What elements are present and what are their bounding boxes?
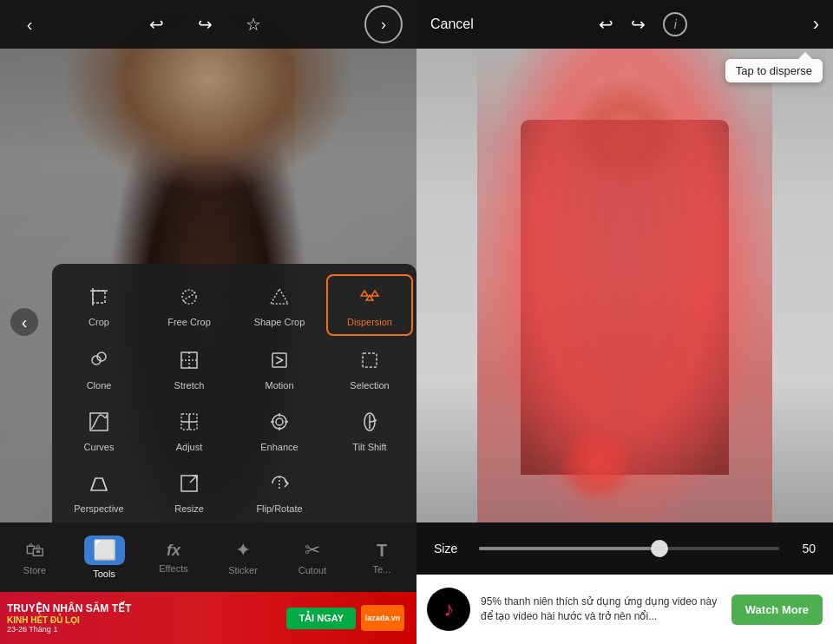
next-button-left[interactable]: › (364, 5, 403, 43)
svg-rect-13 (272, 353, 286, 367)
crop-label: Crop (89, 317, 109, 327)
svg-line-15 (276, 360, 283, 364)
redo-button-right[interactable]: ↪ (631, 14, 646, 35)
svg-line-30 (102, 478, 107, 490)
perspective-label: Perspective (74, 503, 123, 514)
tools-grid: Crop Free Crop Shape Crop (56, 274, 413, 521)
text-icon: T (377, 541, 387, 561)
tools-icon-box: ⬜ (84, 536, 125, 565)
ad-title: TRUYỆN NHÂN SĂM TẾT (7, 602, 286, 616)
size-label: Size (434, 542, 469, 555)
tool-stretch[interactable]: Stretch (146, 339, 233, 398)
size-slider-area: Size 50 (416, 522, 833, 575)
top-icons-right: ↩ ↪ i (599, 12, 687, 36)
undo-button-right[interactable]: ↩ (599, 14, 613, 35)
right-image-background (416, 49, 833, 522)
free-crop-icon (177, 285, 201, 312)
svg-line-29 (91, 478, 95, 490)
top-bar-left: ‹ ↩ ↪ ☆ › (0, 0, 416, 49)
sticker-icon: ✦ (235, 539, 251, 562)
watch-more-button[interactable]: Watch More (731, 595, 823, 625)
tool-motion[interactable]: Motion (236, 339, 323, 398)
tilt-shift-label: Tilt Shift (352, 442, 386, 452)
cancel-button[interactable]: Cancel (430, 16, 474, 32)
flip-rotate-label: Flip/Rotate (256, 503, 302, 514)
tab-tools[interactable]: ⬜ Tools (69, 529, 139, 586)
woman-figure-overlay (477, 49, 772, 522)
top-bar-right: Cancel ↩ ↪ i › (416, 0, 833, 49)
resize-label: Resize (174, 503, 204, 514)
tab-text[interactable]: T Te... (347, 529, 416, 586)
right-image-area[interactable]: Tap to disperse (416, 49, 833, 522)
tiktok-logo-icon: ♪ (443, 597, 454, 621)
ad-content: TRUYỆN NHÂN SĂM TẾT KINH HÉT ĐỦ LỌI 23-2… (0, 602, 416, 634)
effects-icon: fx (167, 542, 180, 560)
svg-marker-4 (271, 289, 288, 304)
tool-adjust[interactable]: Adjust (146, 401, 233, 459)
enhance-label: Enhance (260, 442, 298, 452)
dispersion-label: Dispersion (347, 317, 392, 327)
tab-sticker[interactable]: ✦ Sticker (208, 529, 278, 586)
selection-label: Selection (350, 380, 389, 391)
clone-label: Clone (87, 380, 112, 391)
tab-effects[interactable]: fx Effects (139, 529, 208, 586)
top-icons-group: ↩ ↪ ☆ (141, 9, 269, 40)
tool-clone[interactable]: Clone (56, 339, 142, 398)
next-button-right[interactable]: › (813, 13, 819, 36)
store-label: Store (23, 565, 46, 575)
svg-rect-0 (93, 291, 105, 303)
svg-line-32 (190, 476, 197, 483)
shape-crop-icon (267, 285, 292, 312)
info-button[interactable]: i (663, 12, 687, 36)
ad-text-block: TRUYỆN NHÂN SĂM TẾT KINH HÉT ĐỦ LỌI 23-2… (7, 602, 286, 634)
ad-logo: lazada.vn (361, 605, 404, 631)
tilt-shift-icon (357, 410, 382, 437)
slider-value: 50 (790, 542, 816, 555)
slider-track[interactable] (479, 547, 779, 550)
stretch-label: Stretch (174, 380, 205, 391)
svg-marker-6 (371, 291, 378, 296)
adjust-label: Adjust (176, 442, 203, 452)
dispersion-icon (357, 285, 382, 312)
bottom-tabs: 🛍 Store ⬜ Tools fx Effects ✦ Sticker ✂ C… (0, 529, 416, 586)
tool-flip-rotate[interactable]: Flip/Rotate (236, 463, 323, 521)
tab-store[interactable]: 🛍 Store (0, 529, 69, 586)
tab-cutout[interactable]: ✂ Cutout (278, 529, 347, 586)
motion-icon (267, 348, 292, 376)
tool-shape-crop[interactable]: Shape Crop (236, 274, 323, 336)
svg-rect-16 (363, 353, 377, 367)
tool-selection[interactable]: Selection (326, 339, 413, 398)
tool-resize[interactable]: Resize (146, 463, 233, 521)
tool-crop[interactable]: Crop (56, 274, 142, 336)
favorite-button[interactable]: ☆ (238, 9, 269, 40)
tool-enhance[interactable]: Enhance (236, 401, 323, 459)
tiktok-banner: ♪ 95% thanh niên thích sử dụng ứng dụng … (416, 575, 833, 644)
motion-label: Motion (265, 380, 293, 391)
adjust-icon (177, 410, 201, 437)
enhance-icon (267, 410, 292, 437)
tooltip-tap-disperse: Tap to disperse (725, 59, 823, 82)
svg-line-14 (276, 357, 283, 360)
tool-tilt-shift[interactable]: Tilt Shift (326, 401, 413, 459)
redo-button[interactable]: ↪ (189, 9, 220, 40)
curves-label: Curves (84, 442, 115, 452)
tool-curves[interactable]: Curves (56, 401, 142, 459)
store-icon: 🛍 (25, 539, 44, 562)
ad-download-button[interactable]: TẢI NGAY (286, 608, 356, 629)
undo-button[interactable]: ↩ (141, 9, 172, 40)
text-label: Te... (373, 564, 391, 575)
slider-fill (479, 547, 659, 550)
slider-thumb[interactable] (651, 540, 668, 557)
tool-perspective[interactable]: Perspective (56, 463, 142, 521)
shape-crop-label: Shape Crop (254, 317, 305, 327)
perspective-icon (87, 471, 111, 499)
tool-free-crop[interactable]: Free Crop (146, 274, 233, 336)
tiktok-ad-text: 95% thanh niên thích sử dụng ứng dụng vi… (481, 595, 721, 624)
selection-icon (357, 348, 382, 376)
sticker-label: Sticker (228, 565, 258, 575)
tool-dispersion[interactable]: Dispersion (326, 274, 413, 336)
tiktok-logo: ♪ (427, 588, 470, 631)
svg-point-22 (276, 418, 283, 425)
effects-label: Effects (159, 563, 187, 574)
cutout-icon: ✂ (305, 539, 320, 562)
